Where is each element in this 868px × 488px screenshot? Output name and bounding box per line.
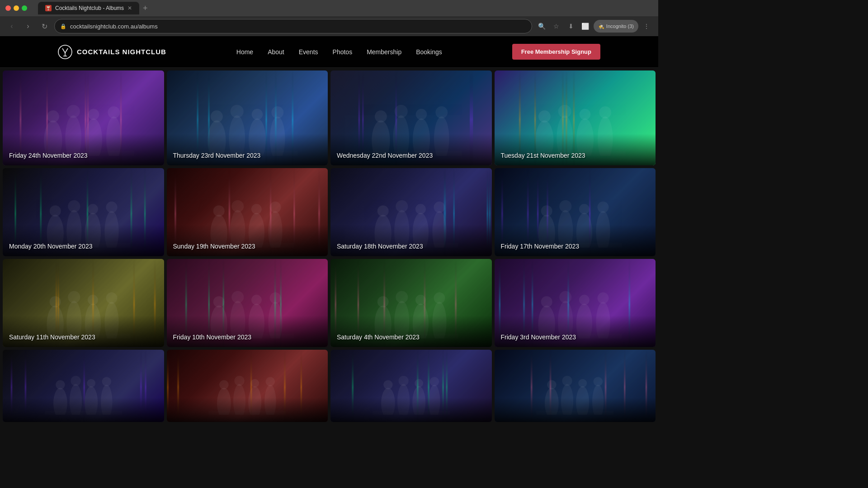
album-card[interactable]: Saturday 4th November 2023	[330, 259, 492, 347]
album-overlay	[3, 398, 164, 422]
album-card[interactable]: Thursday 23rd November 2023	[167, 70, 328, 165]
album-card[interactable]: Friday 24th November 2023	[3, 70, 164, 165]
album-date: Saturday 11th November 2023	[9, 333, 158, 341]
download-button[interactable]: ⬇	[565, 20, 577, 33]
nav-link-membership[interactable]: Membership	[367, 48, 401, 56]
album-date: Tuesday 21st November 2023	[501, 152, 650, 159]
albums-grid: Friday 24th November 2023 Thursday 23rd …	[0, 68, 658, 425]
incognito-icon: 🕵	[598, 23, 604, 29]
nav-item-events: Events	[299, 48, 318, 56]
nav-item-bookings: Bookings	[416, 48, 442, 56]
album-card[interactable]: Saturday 11th November 2023	[3, 259, 164, 347]
new-tab-button[interactable]: +	[139, 4, 151, 13]
album-date: Sunday 19th November 2023	[173, 243, 322, 250]
tab-bar: 🍸 Cocktails Nightclub - Albums ✕ +	[34, 2, 653, 14]
nav-item-membership: Membership	[367, 48, 401, 56]
album-overlay: Friday 24th November 2023	[3, 134, 164, 165]
nav-item-photos: Photos	[333, 48, 353, 56]
album-date: Thursday 23rd November 2023	[173, 152, 322, 159]
album-card[interactable]: Saturday 18th November 2023	[330, 168, 492, 256]
album-overlay: Friday 3rd November 2023	[495, 315, 656, 347]
nav-item-about: About	[268, 48, 284, 56]
bookmark-button[interactable]: ☆	[550, 20, 563, 33]
traffic-lights	[5, 5, 27, 11]
album-overlay: Friday 10th November 2023	[167, 315, 328, 347]
album-overlay	[330, 398, 492, 422]
album-date: Friday 17th November 2023	[501, 243, 650, 250]
website-content: COCKTAILS NIGHTCLUB Home About Events Ph…	[0, 36, 658, 425]
album-overlay	[167, 398, 328, 422]
nav-link-photos[interactable]: Photos	[333, 48, 353, 56]
album-card[interactable]: Monday 20th November 2023	[3, 168, 164, 256]
address-bar[interactable]: 🔒 cocktailsnightclub.com.au/albums	[54, 19, 532, 33]
browser-titlebar: 🍸 Cocktails Nightclub - Albums ✕ +	[0, 0, 658, 16]
album-card[interactable]: Sunday 19th November 2023	[167, 168, 328, 256]
search-button[interactable]: 🔍	[536, 20, 548, 33]
navbar-nav: Home About Events Photos Membership Book…	[236, 48, 442, 56]
album-overlay: Saturday 18th November 2023	[330, 225, 492, 256]
browser-chrome: 🍸 Cocktails Nightclub - Albums ✕ + ‹ › ↻…	[0, 0, 658, 36]
album-date: Friday 24th November 2023	[9, 152, 158, 159]
album-overlay: Saturday 11th November 2023	[3, 315, 164, 347]
album-card[interactable]	[167, 350, 328, 422]
album-date: Saturday 4th November 2023	[337, 333, 486, 341]
brand-logo-svg	[58, 45, 72, 59]
nav-item-home: Home	[236, 48, 253, 56]
incognito-profile-button[interactable]: 🕵 Incognito (3)	[594, 20, 638, 33]
svg-point-0	[58, 45, 72, 59]
nav-link-events[interactable]: Events	[299, 48, 318, 56]
brand-logo-link[interactable]: COCKTAILS NIGHTCLUB	[58, 45, 166, 59]
album-card[interactable]	[495, 350, 656, 422]
active-tab[interactable]: 🍸 Cocktails Nightclub - Albums ✕	[38, 2, 139, 14]
toolbar-actions: 🔍 ☆ ⬇ ⬜ 🕵 Incognito (3) ⋮	[536, 20, 653, 33]
album-card[interactable]: Friday 10th November 2023	[167, 259, 328, 347]
free-membership-button[interactable]: Free Membership Signup	[512, 44, 600, 60]
album-card[interactable]: Friday 3rd November 2023	[495, 259, 656, 347]
minimize-window-button[interactable]	[14, 5, 19, 11]
tab-close-button[interactable]: ✕	[127, 5, 132, 11]
albums-container: Friday 24th November 2023 Thursday 23rd …	[0, 68, 658, 425]
album-overlay: Tuesday 21st November 2023	[495, 134, 656, 165]
album-card[interactable]: Tuesday 21st November 2023	[495, 70, 656, 165]
forward-button[interactable]: ›	[22, 20, 34, 33]
album-overlay: Saturday 4th November 2023	[330, 315, 492, 347]
album-card[interactable]	[3, 350, 164, 422]
url-text: cocktailsnightclub.com.au/albums	[70, 23, 158, 30]
nav-link-about[interactable]: About	[268, 48, 284, 56]
tab-title: Cocktails Nightclub - Albums	[55, 5, 124, 11]
album-date: Wednesday 22nd November 2023	[337, 152, 486, 159]
incognito-label: Incognito (3)	[606, 23, 634, 29]
album-card[interactable]: Friday 17th November 2023	[495, 168, 656, 256]
album-overlay	[495, 398, 656, 422]
album-date: Saturday 18th November 2023	[337, 243, 486, 250]
album-card[interactable]: Wednesday 22nd November 2023	[330, 70, 492, 165]
album-overlay: Wednesday 22nd November 2023	[330, 134, 492, 165]
album-overlay: Monday 20th November 2023	[3, 225, 164, 256]
album-card[interactable]	[330, 350, 492, 422]
navbar-inner: COCKTAILS NIGHTCLUB Home About Events Ph…	[58, 44, 600, 60]
menu-button[interactable]: ⋮	[640, 20, 653, 33]
album-overlay: Thursday 23rd November 2023	[167, 134, 328, 165]
album-date: Friday 3rd November 2023	[501, 333, 650, 341]
lock-icon: 🔒	[60, 23, 66, 29]
album-overlay: Friday 17th November 2023	[495, 225, 656, 256]
album-overlay: Sunday 19th November 2023	[167, 225, 328, 256]
close-window-button[interactable]	[5, 5, 11, 11]
navbar: COCKTAILS NIGHTCLUB Home About Events Ph…	[0, 36, 658, 68]
tab-strip-button[interactable]: ⬜	[579, 20, 592, 33]
nav-link-bookings[interactable]: Bookings	[416, 48, 442, 56]
browser-toolbar: ‹ › ↻ 🔒 cocktailsnightclub.com.au/albums…	[0, 16, 658, 36]
nav-link-home[interactable]: Home	[236, 48, 253, 56]
maximize-window-button[interactable]	[22, 5, 27, 11]
album-date: Monday 20th November 2023	[9, 243, 158, 250]
tab-favicon: 🍸	[45, 5, 52, 11]
back-button[interactable]: ‹	[5, 20, 18, 33]
brand-name: COCKTAILS NIGHTCLUB	[77, 48, 166, 56]
album-date: Friday 10th November 2023	[173, 333, 322, 341]
reload-button[interactable]: ↻	[38, 20, 51, 33]
